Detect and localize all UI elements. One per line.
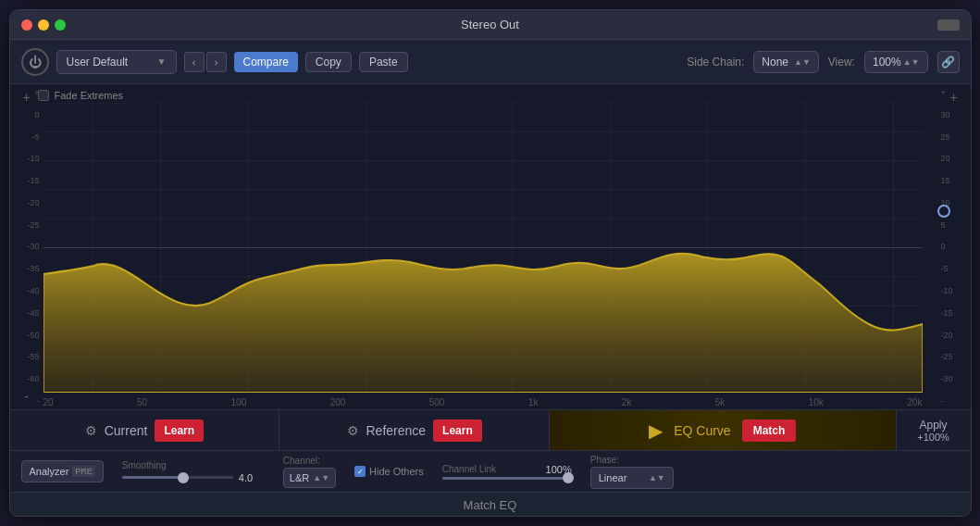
smoothing-value: 4.0 xyxy=(239,472,265,483)
app-footer: Match EQ xyxy=(10,492,971,516)
prev-button[interactable]: ‹ xyxy=(184,52,205,72)
close-button[interactable] xyxy=(21,19,32,31)
db-axis-left: + 0 -5 -10 -15 -20 -25 -30 -35 -40 -45 -… xyxy=(10,84,43,409)
eq-curve-svg[interactable] xyxy=(43,103,923,393)
current-learn-button[interactable]: Learn xyxy=(155,420,204,442)
window-title: Stereo Out xyxy=(461,18,519,31)
section-bar: ⚙ Current Learn ⚙ Reference Learn ▶ EQ C… xyxy=(10,410,971,451)
db-left--40: -40 xyxy=(27,286,39,295)
db-left--60: -60 xyxy=(27,374,39,383)
params-bar: Analyzer PRE Smoothing 4.0 Channel: L xyxy=(10,451,971,492)
freq-100: 100 xyxy=(231,397,247,407)
freq-20: 20 xyxy=(43,397,54,407)
db-left--50: -50 xyxy=(27,331,39,340)
phase-arrow-icon: ▲▼ xyxy=(649,473,665,482)
db-left--35: -35 xyxy=(27,264,39,273)
bottom-controls: ⚙ Current Learn ⚙ Reference Learn ▶ EQ C… xyxy=(10,409,971,492)
db-left--10: -10 xyxy=(27,154,39,163)
freq-20k: 20k xyxy=(907,397,922,407)
vertical-handle-circle[interactable] xyxy=(937,205,950,218)
channel-value: L&R xyxy=(290,472,309,483)
power-button[interactable]: ⏻ xyxy=(21,48,49,76)
freq-50: 50 xyxy=(137,397,147,407)
arrow-icon: ▶ xyxy=(649,420,663,442)
next-button[interactable]: › xyxy=(206,52,227,72)
reference-learn-button[interactable]: Learn xyxy=(433,420,482,442)
pre-tag: PRE xyxy=(72,466,95,477)
vertical-handle xyxy=(937,103,952,393)
sidechain-label: Side Chain: xyxy=(687,56,744,69)
preset-dropdown[interactable]: User Default ▼ xyxy=(56,50,177,74)
channel-arrow-icon: ▲▼ xyxy=(313,473,329,482)
phase-dropdown[interactable]: Linear ▲▼ xyxy=(590,467,674,489)
current-gear-icon[interactable]: ⚙ xyxy=(85,423,97,438)
maximize-button[interactable] xyxy=(55,19,66,31)
channel-label: Channel: xyxy=(283,456,336,466)
smoothing-group: Smoothing 4.0 xyxy=(122,460,265,483)
reference-section: ⚙ Reference Learn xyxy=(279,410,550,450)
freq-10k: 10k xyxy=(809,397,824,407)
title-bar-right-decoration xyxy=(937,19,960,31)
channel-group: Channel: L&R ▲▼ xyxy=(283,456,336,488)
freq-labels: 20 50 100 200 500 1k 2k 5k 10k 20k xyxy=(43,397,923,407)
link-button[interactable]: 🔗 xyxy=(937,51,960,73)
db-left--30: -30 xyxy=(27,242,39,251)
view-stepper-icon: ▲▼ xyxy=(903,57,920,67)
db-left--20: -20 xyxy=(27,198,39,207)
apply-section[interactable]: Apply +100% xyxy=(897,410,971,450)
smoothing-slider-track[interactable] xyxy=(122,476,233,479)
analyzer-label: Analyzer xyxy=(30,466,69,477)
eq-curve-section: ▶ EQ Curve Match xyxy=(550,410,896,450)
db-left-minus: - xyxy=(37,396,40,406)
freq-2k: 2k xyxy=(622,397,632,407)
eq-display-area: + + - Fade Extremes + 0 -5 -10 -15 -20 -… xyxy=(10,84,971,409)
compare-button[interactable]: Compare xyxy=(234,52,298,72)
db-right-plus: + xyxy=(941,88,946,97)
db-left-plus: + xyxy=(34,88,39,97)
freq-500: 500 xyxy=(429,397,445,407)
current-label: Current xyxy=(105,423,148,438)
phase-value: Linear xyxy=(599,472,627,483)
chevron-down-icon: ▼ xyxy=(157,56,167,67)
minimize-button[interactable] xyxy=(38,19,49,31)
channel-dropdown[interactable]: L&R ▲▼ xyxy=(283,468,336,488)
channel-link-label: Channel Link xyxy=(442,464,496,474)
analyzer-button[interactable]: Analyzer PRE xyxy=(21,460,104,482)
toolbar-right: Side Chain: None ▲▼ View: 100% ▲▼ 🔗 xyxy=(687,51,959,73)
current-section: ⚙ Current Learn xyxy=(10,410,280,450)
reference-gear-icon[interactable]: ⚙ xyxy=(347,423,359,438)
match-button[interactable]: Match xyxy=(742,420,797,442)
db-left-0: 0 xyxy=(34,110,39,119)
main-window: Stereo Out ⏻ User Default ▼ ‹ › Compare … xyxy=(9,9,972,517)
freq-200: 200 xyxy=(330,397,346,407)
copy-button[interactable]: Copy xyxy=(305,52,352,72)
smoothing-label: Smoothing xyxy=(122,460,265,470)
sidechain-value: None xyxy=(762,56,788,69)
hide-others-label: Hide Others xyxy=(369,466,424,477)
hide-others-control[interactable]: ✓ Hide Others xyxy=(354,466,424,477)
view-label: View: xyxy=(828,56,855,69)
db-left--45: -45 xyxy=(27,308,39,318)
hide-others-checkbox[interactable]: ✓ xyxy=(354,466,366,477)
apply-value: +100% xyxy=(917,432,949,443)
db-left--25: -25 xyxy=(27,220,39,230)
channel-link-slider-thumb[interactable] xyxy=(563,472,574,483)
title-bar: Stereo Out xyxy=(10,10,971,40)
reference-label: Reference xyxy=(366,423,427,438)
db-right-minus: - xyxy=(941,396,944,406)
db-left--5: -5 xyxy=(31,132,39,142)
eq-curve-label: EQ Curve xyxy=(674,423,730,438)
smoothing-slider-thumb[interactable] xyxy=(178,472,189,483)
channel-link-slider[interactable] xyxy=(442,477,572,480)
view-control[interactable]: 100% ▲▼ xyxy=(864,51,928,73)
freq-1k: 1k xyxy=(528,397,539,407)
window-controls xyxy=(21,19,66,31)
phase-group: Phase: Linear ▲▼ xyxy=(590,455,674,489)
freq-5k: 5k xyxy=(715,397,726,407)
db-left--55: -55 xyxy=(27,352,39,361)
sidechain-dropdown[interactable]: None ▲▼ xyxy=(753,51,819,73)
paste-button[interactable]: Paste xyxy=(359,52,408,72)
smoothing-row: 4.0 xyxy=(122,472,265,483)
preset-value: User Default xyxy=(67,56,129,69)
fade-extremes-control[interactable]: Fade Extremes xyxy=(38,90,124,101)
